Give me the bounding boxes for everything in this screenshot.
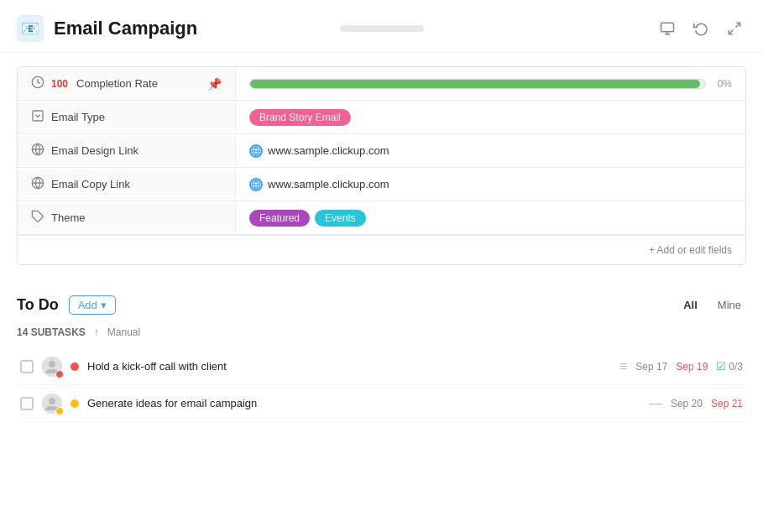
email-type-badge: Brand Story Email <box>249 109 351 126</box>
email-copy-link-text: Email Copy Link <box>51 178 130 190</box>
copy-link-globe-icon <box>249 178 263 191</box>
task-date-start-1: Sep 17 <box>635 361 667 373</box>
subtasks-info: 14 SUBTASKS ↑ Manual <box>17 326 746 338</box>
status-dot-yellow <box>71 399 79 408</box>
add-edit-row: + Add or edit fields <box>18 235 745 264</box>
avatar-badge-yellow <box>55 407 64 415</box>
task-priority-2: — <box>649 396 662 411</box>
history-icon[interactable] <box>689 17 713 40</box>
status-dot-red <box>71 362 79 371</box>
progress-icon <box>31 76 44 91</box>
design-link: www.sample.clickup.com <box>249 144 389 158</box>
email-type-text: Email Type <box>51 111 105 123</box>
globe-icon-design <box>31 143 44 159</box>
tag-icon <box>31 210 44 226</box>
field-row-email-type: Email Type Brand Story Email <box>18 101 745 134</box>
subtasks-count: 14 SUBTASKS <box>17 326 86 338</box>
task-name-1: Hold a kick-off call with client <box>87 360 611 373</box>
pin-icon: 📌 <box>207 77 222 91</box>
completion-rate-text: Completion Rate <box>76 77 158 90</box>
todo-filters: All Mine <box>678 297 746 313</box>
svg-line-5 <box>736 23 740 27</box>
email-design-link-value[interactable]: www.sample.clickup.com <box>236 138 745 164</box>
checklist-icon: ☑ <box>716 360 726 373</box>
add-button-label: Add <box>78 299 97 311</box>
progress-label: 0% <box>718 78 732 90</box>
add-edit-link[interactable]: + Add or edit fields <box>649 244 732 256</box>
todo-title: To Do <box>17 296 59 314</box>
theme-value[interactable]: Featured Events <box>236 203 745 233</box>
app-icon: 📧 <box>17 15 44 42</box>
add-button[interactable]: Add ▾ <box>69 295 116 315</box>
svg-point-19 <box>49 361 55 368</box>
task-priority-1: ≡ <box>619 359 627 374</box>
task-date-start-2: Sep 20 <box>671 398 703 409</box>
task-name-2: Generate ideas for email campaign <box>87 397 640 409</box>
dropdown-icon <box>31 109 44 125</box>
field-row-email-copy-link: Email Copy Link www.sample.clickup.com <box>18 168 745 201</box>
progress-bar <box>249 79 706 89</box>
svg-rect-8 <box>33 111 43 121</box>
svg-point-21 <box>49 398 55 404</box>
field-row-email-design-link: Email Design Link www.sample.clickup.com <box>18 134 745 168</box>
fields-section: 100 Completion Rate 📌 0% Ema <box>17 66 746 265</box>
task-date-due-1: Sep 19 <box>676 361 708 373</box>
theme-badge-featured: Featured <box>249 210 310 227</box>
email-copy-link-label: Email Copy Link <box>18 170 236 199</box>
copy-link-url: www.sample.clickup.com <box>268 178 389 190</box>
add-dropdown-icon: ▾ <box>101 299 107 311</box>
theme-badge-events: Events <box>315 210 366 227</box>
monitor-icon[interactable] <box>656 17 679 40</box>
avatar-badge-red <box>55 370 64 378</box>
link-globe-icon <box>249 144 263 158</box>
breadcrumb <box>340 25 424 32</box>
field-row-theme: Theme Featured Events <box>18 201 745 235</box>
table-row: Generate ideas for email campaign — Sep … <box>17 385 746 422</box>
checklist-count: 0/3 <box>729 361 743 373</box>
copy-link: www.sample.clickup.com <box>249 178 389 191</box>
todo-header: To Do Add ▾ All Mine <box>17 295 746 315</box>
field-row-completion-rate: 100 Completion Rate 📌 0% <box>18 67 745 101</box>
theme-label: Theme <box>18 203 236 232</box>
expand-icon[interactable] <box>723 17 746 40</box>
email-copy-link-value[interactable]: www.sample.clickup.com <box>236 171 745 198</box>
completion-rate-value[interactable]: 0% <box>236 71 745 96</box>
task-date-due-2: Sep 21 <box>711 398 743 409</box>
task-checkbox-1[interactable] <box>20 360 34 373</box>
task-checklist-1: ☑ 0/3 <box>716 360 743 373</box>
progress-bar-fill <box>250 80 700 88</box>
svg-rect-2 <box>661 23 674 32</box>
email-design-link-text: Email Design Link <box>51 144 138 157</box>
email-type-value[interactable]: Brand Story Email <box>236 102 745 133</box>
design-link-url: www.sample.clickup.com <box>268 144 389 157</box>
header-actions <box>656 17 746 40</box>
page-title: Email Campaign <box>54 18 197 39</box>
avatar-1 <box>42 357 62 377</box>
task-checkbox-2[interactable] <box>20 397 34 410</box>
email-design-link-label: Email Design Link <box>18 136 236 165</box>
filter-all[interactable]: All <box>678 297 703 313</box>
table-row: Hold a kick-off call with client ≡ Sep 1… <box>17 348 746 385</box>
globe-icon-copy <box>31 176 44 192</box>
filter-mine[interactable]: Mine <box>713 297 746 313</box>
todo-section: To Do Add ▾ All Mine 14 SUBTASKS ↑ Manua… <box>0 279 763 422</box>
svg-text:📧: 📧 <box>21 19 40 38</box>
sort-icon: ↑ <box>94 326 99 338</box>
completion-rate-badge-num: 100 <box>51 78 68 90</box>
sort-label: Manual <box>107 326 140 338</box>
avatar-2 <box>42 394 62 414</box>
theme-text: Theme <box>51 211 85 224</box>
completion-rate-label: 100 Completion Rate 📌 <box>18 69 236 98</box>
email-type-label: Email Type <box>18 102 236 132</box>
svg-line-6 <box>729 30 733 34</box>
